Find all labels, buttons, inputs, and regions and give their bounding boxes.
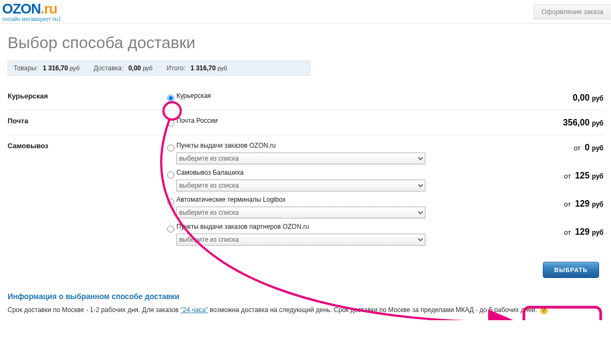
delivery-price: 0,00 руб bbox=[511, 90, 603, 105]
delivery-option-label: Курьерская bbox=[176, 92, 511, 100]
delivery-price: от 0 руб bbox=[511, 140, 603, 168]
summary-total-label: Итого: bbox=[167, 64, 186, 72]
delivery-group-label: Почта bbox=[8, 115, 165, 130]
summary-goods-label: Товары: bbox=[14, 64, 38, 72]
price-value: 129 bbox=[575, 227, 592, 236]
logo-brand: OZON bbox=[2, 2, 41, 16]
info-text-after: возможна доставка на следующий день. Сро… bbox=[208, 306, 537, 314]
page-title: Выбор способа доставки bbox=[8, 34, 603, 52]
delivery-group-label: Самовывоз bbox=[8, 140, 165, 252]
delivery-price-column: 356,00 руб bbox=[511, 115, 603, 130]
choose-button[interactable]: ВЫБРАТЬ bbox=[543, 262, 599, 278]
delivery-option-label: Пункты выдачи заказов партнеров OZON.ru bbox=[176, 223, 511, 230]
delivery-options: Почта России bbox=[165, 115, 511, 130]
price-value: 125 bbox=[575, 171, 592, 180]
summary-goods-value: 1 316,70 bbox=[43, 64, 68, 72]
delivery-price: от 125 руб bbox=[511, 168, 603, 196]
price-unit: руб bbox=[592, 95, 603, 102]
delivery-price-column: 0,00 руб bbox=[511, 90, 603, 105]
summary-bar: Товары: 1 316,70 руб Доставка: 0,00 руб … bbox=[8, 61, 311, 76]
delivery-group-label: Курьерская bbox=[8, 90, 165, 105]
delivery-options: Курьерская bbox=[165, 90, 511, 105]
delivery-radio[interactable] bbox=[167, 198, 174, 206]
help-icon[interactable]: ? bbox=[540, 307, 548, 314]
summary-total-unit: руб bbox=[218, 65, 227, 71]
delivery-location-select[interactable]: выберите из списка bbox=[176, 153, 425, 164]
delivery-location-select[interactable]: выберите из списка bbox=[176, 234, 425, 246]
delivery-radio[interactable] bbox=[167, 144, 174, 151]
summary-delivery-unit: руб bbox=[143, 65, 153, 71]
delivery-location-select[interactable]: выберите из списка bbox=[176, 207, 425, 219]
price-value: 0,00 bbox=[573, 93, 592, 102]
breadcrumb-text: Оформление заказа bbox=[542, 8, 603, 16]
info-text-before: Срок доставки по Москве - 1-2 рабочих дн… bbox=[8, 306, 180, 314]
delivery-options: Пункты выдачи заказов OZON.ruвыберите из… bbox=[165, 140, 511, 252]
delivery-radio[interactable] bbox=[167, 171, 174, 178]
logo-tld: .ru bbox=[41, 2, 57, 16]
delivery-radio[interactable] bbox=[167, 95, 174, 102]
price-unit: руб bbox=[592, 144, 603, 152]
info-link[interactable]: "24 часа" bbox=[180, 306, 208, 314]
delivery-option-label: Пункты выдачи заказов OZON.ru bbox=[176, 142, 511, 149]
price-unit: руб bbox=[592, 173, 603, 180]
delivery-option: Почта России bbox=[165, 115, 511, 130]
delivery-radio[interactable] bbox=[167, 120, 174, 127]
delivery-option-label: Автоматические терминалы Logibox bbox=[176, 196, 511, 203]
delivery-price: 356,00 руб bbox=[511, 115, 603, 130]
summary-total-value: 1 316,70 bbox=[190, 64, 216, 72]
delivery-location-select[interactable]: выберите из списка bbox=[176, 180, 425, 191]
price-unit: руб bbox=[592, 120, 603, 127]
summary-delivery-label: Доставка: bbox=[94, 64, 123, 72]
delivery-table: КурьерскаяКурьерская0,00 рубПочтаПочта Р… bbox=[8, 85, 603, 256]
logo-tagline: онлайн мегамаркет №1 bbox=[2, 17, 61, 22]
price-value: 0 bbox=[584, 143, 592, 152]
delivery-group: СамовывозПункты выдачи заказов OZON.ruвы… bbox=[8, 135, 603, 256]
delivery-option: Автоматические терминалы Logiboxвыберите… bbox=[165, 194, 511, 221]
delivery-option-label: Самовывоз Балашиха bbox=[176, 169, 511, 176]
info-body: Срок доставки по Москве - 1-2 рабочих дн… bbox=[8, 305, 603, 315]
logo[interactable]: OZON .ru онлайн мегамаркет №1 bbox=[2, 2, 61, 22]
info-heading: Информация о выбранном способе доставки bbox=[8, 292, 603, 301]
delivery-option: Самовывоз Балашихавыберите из списка bbox=[165, 167, 511, 194]
delivery-option: Пункты выдачи заказов OZON.ruвыберите из… bbox=[165, 140, 511, 167]
price-unit: руб bbox=[592, 229, 603, 236]
delivery-price: от 129 руб bbox=[511, 224, 603, 252]
price-unit: руб bbox=[592, 201, 603, 208]
price-value: 356,00 bbox=[563, 118, 592, 127]
delivery-option-label: Почта России bbox=[176, 117, 511, 124]
delivery-group: КурьерскаяКурьерская0,00 руб bbox=[8, 85, 603, 110]
delivery-option: Курьерская bbox=[165, 90, 511, 105]
delivery-price: от 129 руб bbox=[511, 196, 603, 224]
delivery-group: ПочтаПочта России356,00 руб bbox=[8, 110, 603, 135]
breadcrumb: Оформление заказа bbox=[534, 4, 611, 19]
delivery-option: Пункты выдачи заказов партнеров OZON.ruв… bbox=[165, 221, 511, 248]
delivery-radio[interactable] bbox=[167, 226, 174, 233]
price-value: 129 bbox=[575, 199, 592, 208]
summary-goods-unit: руб bbox=[70, 65, 80, 71]
delivery-price-column: от 0 рубот 125 рубот 129 рубот 129 руб bbox=[511, 140, 603, 252]
summary-delivery-value: 0,00 bbox=[128, 64, 141, 72]
